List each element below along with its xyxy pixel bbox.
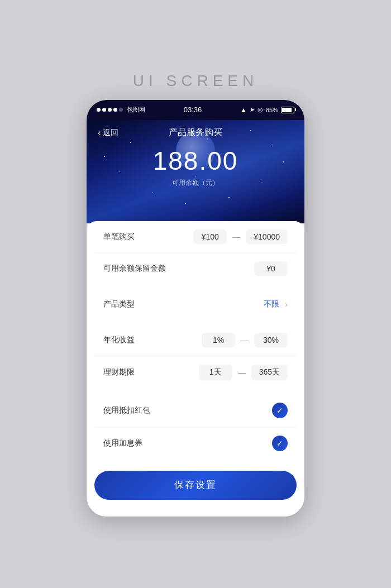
form-row-reserve: 可用余额保留金额 ¥0 [94,253,297,284]
page-label: UI SCREEN [133,72,258,90]
single-purchase-min[interactable]: ¥100 [193,230,227,244]
duration-max[interactable]: 365天 [251,365,288,380]
annual-return-min[interactable]: 1% [202,333,235,347]
balance-label: 可用余额（元） [98,178,293,188]
coupon-checkbox[interactable]: ✓ [272,403,288,418]
status-bar: 包图网 03:36 ▲ ➤ ◎ 85% [87,100,304,120]
product-type-chevron: › [285,300,288,309]
back-arrow-icon: ‹ [98,128,101,138]
form-row-annual-return: 年化收益 1% — 30% [94,324,297,356]
back-button[interactable]: ‹ 返回 [98,128,118,138]
form-row-duration: 理财期限 1天 — 365天 [94,356,297,389]
single-purchase-label: 单笔购买 [103,232,135,242]
nav-title: 产品服务购买 [169,127,222,138]
wifi-icon: ▲ [240,106,247,114]
annual-return-dash: — [241,336,249,345]
battery-pct-label: 85% [266,107,278,113]
single-purchase-dash: — [232,232,240,241]
annual-return-label: 年化收益 [103,335,135,345]
product-type-value: 不限 [264,299,279,309]
duration-min[interactable]: 1天 [199,365,232,380]
location-icon: ➤ [250,106,255,113]
battery-icon [281,107,294,113]
duration-label: 理财期限 [103,367,135,377]
single-purchase-max[interactable]: ¥10000 [246,230,288,244]
carrier-label: 包图网 [127,106,145,114]
interest-label: 使用加息券 [103,438,142,448]
phone-frame: 包图网 03:36 ▲ ➤ ◎ 85% [87,100,304,517]
balance-amount: 188.00 [98,147,293,175]
annual-return-max[interactable]: 30% [254,333,288,347]
time-label: 03:36 [184,106,202,114]
checkbox-section: 使用抵扣红包 ✓ 使用加息券 ✓ [94,394,297,460]
alarm-icon: ◎ [258,106,263,113]
form-section-1: 单笔购买 ¥100 — ¥10000 可用余额保留金额 ¥0 [94,221,297,284]
form-row-product-type[interactable]: 产品类型 不限 › [94,290,297,319]
form-section-2: 产品类型 不限 › [94,290,297,319]
form-row-single-purchase: 单笔购买 ¥100 — ¥10000 [94,221,297,253]
hero-section: ‹ 返回 产品服务购买 188.00 可用余额（元） [87,120,304,223]
interest-checkbox[interactable]: ✓ [272,436,288,451]
form-section-3: 年化收益 1% — 30% 理财期限 1天 — 365天 [94,324,297,389]
coupon-label: 使用抵扣红包 [103,405,150,415]
checkbox-row-interest: 使用加息券 ✓ [94,427,297,460]
product-type-label: 产品类型 [103,299,135,309]
reserve-value[interactable]: ¥0 [254,261,288,276]
back-label: 返回 [103,128,118,138]
checkbox-row-coupon: 使用抵扣红包 ✓ [94,394,297,427]
save-button[interactable]: 保存设置 [94,471,297,500]
duration-dash: — [238,368,246,377]
form-card: 单笔购买 ¥100 — ¥10000 可用余额保留金额 ¥0 产品类型 不限 › [87,221,304,517]
reserve-label: 可用余额保留金额 [103,264,166,274]
